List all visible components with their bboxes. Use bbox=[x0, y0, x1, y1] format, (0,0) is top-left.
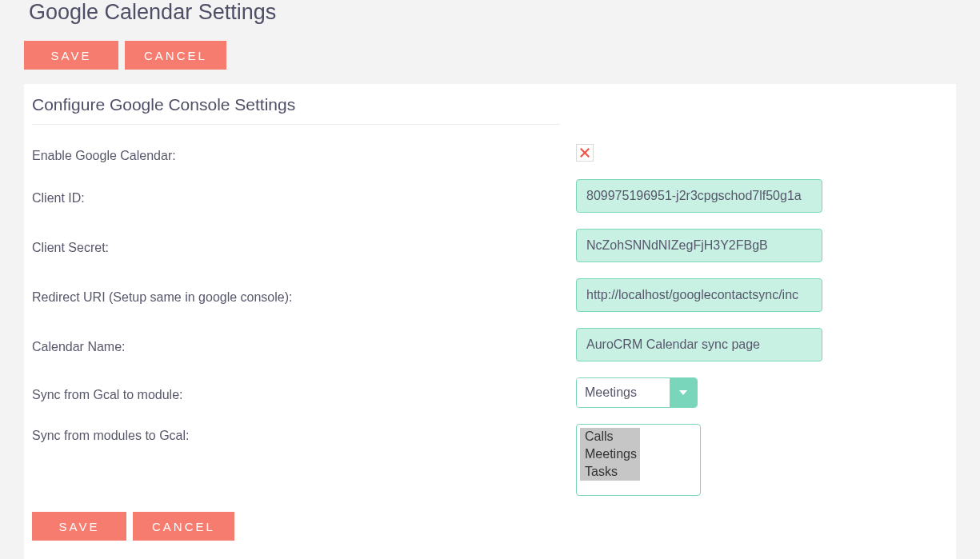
label-client-secret: Client Secret: bbox=[32, 236, 576, 255]
row-sync-to-gcal: Sync from modules to Gcal: Calls Meeting… bbox=[32, 424, 948, 496]
multiselect-option[interactable]: Tasks bbox=[580, 463, 640, 481]
top-button-row: SAVE CANCEL bbox=[24, 41, 956, 70]
save-button[interactable]: SAVE bbox=[24, 41, 118, 70]
enable-google-calendar-checkbox[interactable] bbox=[576, 144, 594, 162]
sync-to-gcal-multiselect[interactable]: Calls Meetings Tasks bbox=[576, 424, 701, 496]
calendar-name-input[interactable] bbox=[576, 328, 822, 361]
multiselect-option[interactable]: Meetings bbox=[580, 445, 640, 463]
client-id-input[interactable] bbox=[576, 179, 822, 213]
redirect-uri-input[interactable] bbox=[576, 278, 822, 312]
cancel-button[interactable]: CANCEL bbox=[125, 41, 226, 70]
row-enable-google-calendar: Enable Google Calendar: bbox=[32, 144, 948, 163]
sync-from-gcal-selected: Meetings bbox=[577, 378, 670, 407]
label-enable-google-calendar: Enable Google Calendar: bbox=[32, 144, 576, 163]
settings-page: Google Calendar Settings SAVE CANCEL Con… bbox=[0, 0, 980, 559]
multiselect-option[interactable]: Calls bbox=[580, 428, 640, 445]
section-title: Configure Google Console Settings bbox=[32, 95, 560, 125]
label-calendar-name: Calendar Name: bbox=[32, 335, 576, 354]
label-sync-from-gcal: Sync from Gcal to module: bbox=[32, 383, 576, 402]
label-redirect-uri: Redirect URI (Setup same in google conso… bbox=[32, 285, 576, 305]
x-icon bbox=[579, 147, 590, 158]
save-button-bottom[interactable]: SAVE bbox=[32, 512, 126, 541]
settings-panel: Configure Google Console Settings Enable… bbox=[24, 84, 956, 559]
label-sync-to-gcal: Sync from modules to Gcal: bbox=[32, 424, 576, 443]
row-calendar-name: Calendar Name: bbox=[32, 328, 948, 361]
row-client-secret: Client Secret: bbox=[32, 229, 948, 262]
chevron-down-icon bbox=[670, 378, 697, 407]
sync-from-gcal-select[interactable]: Meetings bbox=[576, 377, 698, 408]
page-title: Google Calendar Settings bbox=[29, 0, 956, 25]
row-redirect-uri: Redirect URI (Setup same in google conso… bbox=[32, 278, 948, 312]
cancel-button-bottom[interactable]: CANCEL bbox=[133, 512, 234, 541]
bottom-button-row: SAVE CANCEL bbox=[32, 512, 948, 541]
row-sync-from-gcal: Sync from Gcal to module: Meetings bbox=[32, 377, 948, 408]
client-secret-input[interactable] bbox=[576, 229, 822, 262]
label-client-id: Client ID: bbox=[32, 186, 576, 206]
svg-marker-2 bbox=[679, 390, 687, 395]
row-client-id: Client ID: bbox=[32, 179, 948, 213]
